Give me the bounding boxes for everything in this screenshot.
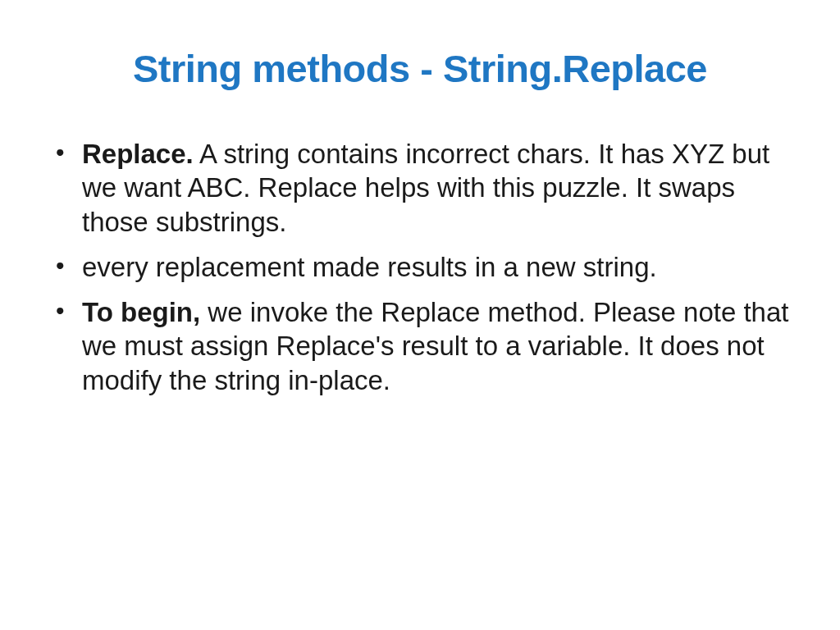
bullet-list: Replace. A string contains incorrect cha… xyxy=(49,137,791,397)
slide: String methods - String.Replace Replace.… xyxy=(0,0,840,630)
bullet-lead: To begin, xyxy=(82,297,200,327)
list-item: Replace. A string contains incorrect cha… xyxy=(79,137,791,239)
slide-title: String methods - String.Replace xyxy=(49,46,791,91)
bullet-text: every replacement made results in a new … xyxy=(82,252,657,282)
list-item: To begin, we invoke the Replace method. … xyxy=(79,295,791,397)
list-item: every replacement made results in a new … xyxy=(79,250,791,284)
bullet-lead: Replace. xyxy=(82,139,194,169)
